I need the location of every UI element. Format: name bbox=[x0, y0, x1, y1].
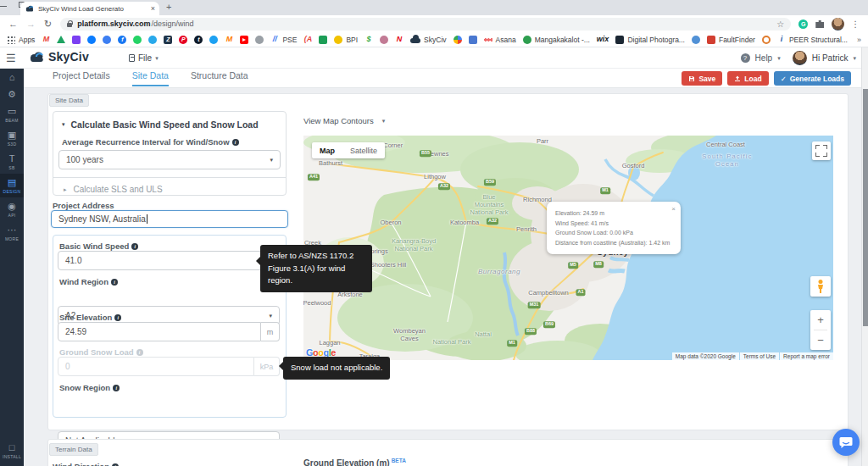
intercom-chat-button[interactable] bbox=[832, 429, 860, 456]
forward-icon[interactable]: → bbox=[26, 19, 36, 29]
sidebar-item-home[interactable]: ⌂ bbox=[0, 69, 24, 86]
bookmark-item[interactable]: f bbox=[118, 36, 126, 44]
project-address-input[interactable]: Sydney NSW, Australia bbox=[51, 210, 288, 228]
info-icon[interactable]: i bbox=[113, 385, 120, 391]
sidebar-item-more[interactable]: ⋯MORE bbox=[0, 221, 24, 245]
bookmark-item[interactable]: t bbox=[194, 36, 203, 44]
ari-select[interactable]: 100 years ▾ bbox=[58, 150, 281, 169]
bookmark-item[interactable]: iPEER Structural... bbox=[777, 36, 848, 44]
wind-direction-label: Wind Directioni bbox=[53, 462, 119, 466]
bookmark-item[interactable] bbox=[209, 36, 218, 44]
bookmark-item[interactable]: $ bbox=[364, 36, 373, 44]
window-minimize-icon[interactable] bbox=[0, 3, 7, 7]
load-button[interactable]: Load bbox=[727, 71, 768, 86]
sls-uls-section-header[interactable]: ▸ Calculate SLS and ULS bbox=[53, 177, 286, 201]
bookmark-item[interactable] bbox=[57, 36, 65, 43]
tab-close-icon[interactable]: × bbox=[151, 4, 155, 13]
user-avatar[interactable] bbox=[793, 51, 807, 65]
bookmark-item[interactable] bbox=[133, 36, 142, 44]
ground-snow-load-input[interactable]: 0 bbox=[58, 357, 254, 376]
file-menu[interactable]: File ▾ bbox=[129, 53, 159, 63]
bookmark-item[interactable]: Mangakakalot -... bbox=[523, 36, 590, 44]
terms-of-use-link[interactable]: Terms of Use bbox=[740, 352, 779, 360]
bookmark-item[interactable]: Digital Photogra... bbox=[615, 36, 685, 44]
bookmark-item[interactable]: N bbox=[395, 36, 403, 44]
reload-icon[interactable]: ↻ bbox=[44, 19, 52, 30]
fullscreen-icon[interactable] bbox=[812, 141, 831, 160]
calc-section-header[interactable]: ▾ Calculate Basic Wind Speed and Snow Lo… bbox=[53, 112, 286, 130]
apps-grid-icon bbox=[7, 36, 15, 44]
sidebar-item-beam[interactable]: ▭BEAM bbox=[0, 103, 24, 126]
zoom-out-button[interactable]: − bbox=[810, 330, 831, 350]
site-elevation-input[interactable]: 24.59 bbox=[58, 322, 261, 341]
info-icon[interactable]: i bbox=[131, 243, 138, 250]
grammarly-extension-icon[interactable]: G bbox=[798, 19, 808, 29]
info-icon[interactable]: i bbox=[232, 139, 239, 146]
bookmarks-overflow-icon[interactable]: » bbox=[857, 36, 861, 44]
tab-structure-data[interactable]: Structure Data bbox=[191, 70, 248, 86]
zoom-in-button[interactable]: + bbox=[810, 310, 831, 330]
bookmark-item[interactable]: Z bbox=[164, 36, 172, 44]
bookmark-item[interactable] bbox=[148, 36, 157, 44]
tab-project-details[interactable]: Project Details bbox=[53, 70, 110, 86]
tab-site-data[interactable]: Site Data bbox=[132, 70, 169, 86]
bookmark-item[interactable]: M bbox=[225, 36, 233, 44]
skyciv-logo[interactable]: SkyCiv bbox=[28, 50, 89, 64]
browser-tab[interactable]: SkyCiv Wind Load Generato × bbox=[20, 2, 159, 15]
bookmark-item[interactable] bbox=[469, 36, 477, 44]
sidebar-item-s3d[interactable]: ▣S3D bbox=[0, 126, 24, 150]
google-map[interactable]: Sunny CornerNewnesParrBathurstLithgowGos… bbox=[303, 136, 833, 360]
sidebar-item-gear[interactable]: ⚙ bbox=[0, 86, 24, 103]
user-menu[interactable]: Hi Patrick bbox=[812, 53, 849, 63]
bookmark-item[interactable] bbox=[103, 36, 111, 44]
extensions-puzzle-icon[interactable] bbox=[815, 19, 824, 28]
sidebar-item-design[interactable]: ▤DESIGN bbox=[0, 174, 24, 197]
info-icon[interactable]: i bbox=[136, 349, 143, 356]
generate-loads-button[interactable]: ✓ Generate Loads bbox=[774, 71, 851, 86]
hamburger-menu-icon[interactable]: ☰ bbox=[6, 52, 16, 64]
bookmark-item[interactable] bbox=[762, 36, 771, 44]
pegman-icon[interactable] bbox=[810, 276, 831, 297]
bookmark-item[interactable] bbox=[319, 36, 327, 44]
back-icon[interactable]: ← bbox=[8, 19, 18, 29]
info-icon[interactable]: i bbox=[114, 314, 121, 321]
close-icon[interactable]: × bbox=[671, 204, 676, 214]
map-type-map-button[interactable]: Map bbox=[312, 142, 342, 158]
bookmark-item[interactable]: (A bbox=[303, 36, 312, 44]
bookmark-star-icon[interactable]: ☆ bbox=[776, 19, 784, 29]
bookmark-item[interactable]: SkyCiv bbox=[410, 36, 446, 44]
bookmark-item[interactable]: P bbox=[179, 36, 187, 44]
bookmark-item[interactable]: //PSE bbox=[270, 36, 297, 44]
info-icon[interactable]: i bbox=[112, 463, 119, 466]
sidebar-item-api[interactable]: ◉API bbox=[0, 197, 24, 221]
bookmark-item[interactable] bbox=[255, 36, 264, 44]
save-button[interactable]: Save bbox=[682, 71, 722, 86]
basic-wind-speed-input[interactable]: 41.0 bbox=[58, 251, 280, 270]
scrollbar-thumb[interactable] bbox=[863, 89, 868, 326]
sidebar-item-install[interactable]: □INSTALL bbox=[0, 439, 24, 463]
chevron-down-icon: ▾ bbox=[382, 118, 386, 125]
bookmark-item[interactable] bbox=[87, 36, 96, 44]
bookmark-item[interactable]: M bbox=[42, 36, 50, 44]
bookmark-item[interactable] bbox=[380, 36, 388, 44]
info-icon[interactable]: i bbox=[111, 279, 118, 286]
report-map-error-link[interactable]: Report a map error bbox=[780, 352, 833, 360]
bookmark-item[interactable]: FaultFinder bbox=[707, 36, 755, 44]
browser-profile-avatar[interactable] bbox=[832, 18, 844, 31]
bookmark-item[interactable]: wix bbox=[597, 36, 609, 44]
browser-menu-icon[interactable]: ⋮ bbox=[851, 19, 860, 29]
help-menu[interactable]: Help bbox=[755, 53, 773, 63]
tumblr-icon: t bbox=[194, 36, 203, 44]
bookmark-item[interactable]: Apps bbox=[7, 36, 35, 44]
bookmark-item[interactable]: Asana bbox=[484, 36, 516, 44]
sidebar-item-sb[interactable]: TSB bbox=[0, 150, 24, 174]
bookmark-item[interactable] bbox=[453, 36, 462, 44]
address-bar[interactable]: platform.skyciv.com /design/wind ☆ bbox=[60, 18, 791, 31]
map-type-satellite-button[interactable]: Satellite bbox=[342, 142, 385, 158]
bookmark-item[interactable] bbox=[240, 36, 248, 44]
bookmark-item[interactable] bbox=[692, 36, 700, 44]
bookmark-item[interactable]: BPI bbox=[334, 36, 358, 44]
new-tab-button[interactable]: + bbox=[166, 2, 171, 12]
bookmark-item[interactable] bbox=[72, 36, 81, 44]
view-map-contours-dropdown[interactable]: View Map Contours ▾ bbox=[303, 116, 385, 125]
